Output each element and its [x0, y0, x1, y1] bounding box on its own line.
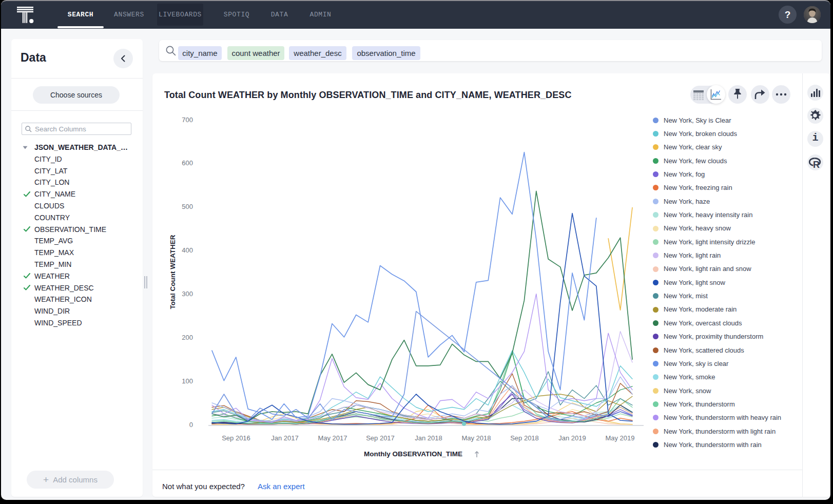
svg-text:May 2017: May 2017 — [318, 434, 347, 442]
svg-text:Total Count WEATHER: Total Count WEATHER — [169, 235, 177, 309]
svg-text:0: 0 — [189, 421, 193, 429]
svg-text:200: 200 — [182, 334, 193, 341]
svg-text:400: 400 — [182, 246, 193, 254]
svg-text:300: 300 — [182, 290, 193, 298]
svg-text:Sep 2016: Sep 2016 — [222, 434, 250, 442]
svg-text:Sep 2017: Sep 2017 — [366, 434, 395, 442]
svg-text:Jan 2018: Jan 2018 — [415, 434, 442, 442]
svg-text:May 2018: May 2018 — [461, 434, 491, 442]
svg-text:May 2019: May 2019 — [605, 434, 634, 442]
svg-text:Sep 2018: Sep 2018 — [510, 434, 539, 442]
svg-text:700: 700 — [182, 116, 193, 124]
svg-text:Monthly OBSERVATION_TIME: Monthly OBSERVATION_TIME — [364, 450, 462, 458]
svg-text:500: 500 — [182, 203, 193, 210]
svg-text:600: 600 — [182, 159, 193, 167]
svg-text:100: 100 — [182, 377, 193, 385]
svg-text:Jan 2019: Jan 2019 — [558, 434, 586, 442]
svg-text:Jan 2017: Jan 2017 — [271, 434, 299, 442]
